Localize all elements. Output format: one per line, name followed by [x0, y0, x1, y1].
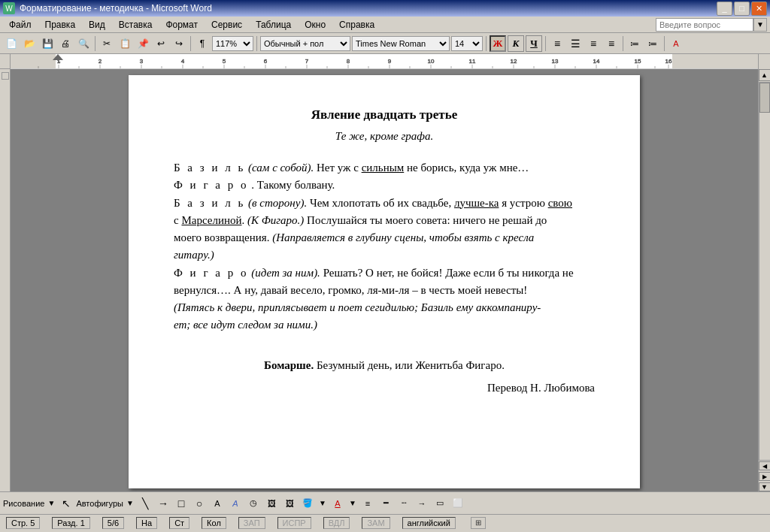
attribution-translation: Перевод Н. Любимова	[174, 379, 595, 397]
wordart-tool[interactable]: A	[227, 495, 244, 512]
sep7	[664, 36, 665, 51]
line-color-btn[interactable]: A	[329, 495, 346, 512]
zoom-select[interactable]: 117%	[212, 36, 253, 51]
scroll-thumb[interactable]	[759, 83, 770, 113]
save-button[interactable]: 💾	[39, 35, 56, 52]
3d-btn[interactable]: ⬜	[450, 495, 466, 512]
cursor-tool[interactable]: ↖	[58, 495, 74, 512]
para-mark[interactable]: ¶	[194, 35, 211, 52]
diagram-tool[interactable]: ◷	[245, 495, 262, 512]
fill-color-dropdown[interactable]: ▼	[317, 495, 328, 512]
svg-text:6: 6	[264, 58, 268, 65]
cut-button[interactable]: ✂	[99, 35, 115, 52]
menu-file[interactable]: Файл	[3, 18, 38, 32]
copy-button[interactable]: 📋	[117, 35, 133, 52]
shadow-btn[interactable]: ▭	[432, 495, 448, 512]
print-button[interactable]: 🖨	[57, 35, 74, 52]
scroll-page-up[interactable]: ◀	[759, 461, 771, 470]
menu-tools[interactable]: Сервис	[205, 18, 248, 32]
redo-button[interactable]: ↪	[171, 35, 187, 52]
open-button[interactable]: 📂	[21, 35, 38, 52]
menu-bar: Файл Правка Вид Вставка Формат Сервис Та…	[0, 17, 770, 33]
close-button[interactable]: ✕	[751, 2, 767, 16]
help-arrow[interactable]: ▼	[753, 18, 767, 32]
scroll-down-button[interactable]: ▼	[759, 482, 771, 491]
sep6	[623, 36, 623, 51]
page-title: Явление двадцать третье	[174, 105, 595, 125]
svg-rect-0	[11, 54, 758, 68]
page-subtitle: Те же, кроме графа.	[174, 128, 595, 145]
align-left-button[interactable]: ≡	[549, 35, 565, 52]
numlist-button[interactable]: ≔	[644, 35, 661, 52]
dash-style-btn[interactable]: ╌	[396, 495, 412, 512]
undo-button[interactable]: ↩	[153, 35, 169, 52]
menu-help[interactable]: Справка	[333, 18, 380, 32]
font-select[interactable]: Times New Roman	[352, 36, 450, 51]
align-center-button[interactable]: ☰	[567, 35, 584, 52]
menu-window[interactable]: Окно	[299, 18, 332, 32]
title-bar-left: W Форматирование - методичка - Microsoft…	[3, 2, 212, 14]
clipart-tool[interactable]: 🖼	[263, 495, 280, 512]
color-fill-btn[interactable]: 🪣	[299, 495, 316, 512]
autoshapes-dropdown[interactable]: ▼	[125, 495, 135, 512]
font-color-btn[interactable]: ≡	[359, 495, 376, 512]
drawing-dropdown[interactable]: ▼	[46, 495, 56, 512]
underlined-phrase-2: свою	[548, 197, 572, 209]
bold-button[interactable]: Ж	[490, 35, 506, 52]
menu-table[interactable]: Таблица	[250, 18, 297, 32]
status-bar: Стр. 5 Разд. 1 5/6 На Ст Кол ЗАП ИСПР ВД…	[0, 514, 770, 530]
line-style-btn[interactable]: ━	[377, 495, 394, 512]
align-right-button[interactable]: ≡	[585, 35, 602, 52]
align-justify-button[interactable]: ≡	[603, 35, 620, 52]
status-icon-mark: ⊞	[475, 518, 481, 527]
textbox-tool[interactable]: A	[209, 495, 226, 512]
list-button[interactable]: ≔	[626, 35, 643, 52]
sep5	[545, 36, 546, 51]
svg-rect-1	[11, 54, 56, 68]
scroll-track[interactable]	[759, 82, 771, 461]
preview-button[interactable]: 🔍	[75, 35, 92, 52]
paragraph-2: Ф и г а р о . Такому болвану.	[174, 177, 595, 194]
image-tool[interactable]: 🖼	[281, 495, 298, 512]
new-button[interactable]: 📄	[3, 35, 20, 52]
paste-button[interactable]: 📌	[135, 35, 151, 52]
stage-dir-4: (Направляется в глубину сцены, чтобы взя…	[272, 231, 534, 243]
bottom-toolbar: Рисование ▼ ↖ Автофигуры ▼ ╲ → □ ○ A A ◷…	[0, 491, 770, 514]
window-controls[interactable]: _ □ ✕	[717, 2, 767, 16]
oval-tool[interactable]: ○	[191, 495, 208, 512]
maximize-button[interactable]: □	[734, 2, 750, 16]
ruler-corner	[0, 54, 11, 69]
ruler: 1 2 3 4 5 6 7 8 9 10 11	[11, 54, 758, 69]
page: Явление двадцать третье Те же, кроме гра…	[129, 75, 640, 488]
menu-edit[interactable]: Правка	[39, 18, 82, 32]
menu-insert[interactable]: Вставка	[113, 18, 159, 32]
window-title: Форматирование - методичка - Microsoft W…	[20, 3, 212, 14]
line-color-dropdown[interactable]: ▼	[347, 495, 358, 512]
char-bazil-2: Б а з и л ь	[174, 197, 245, 209]
rect-tool[interactable]: □	[173, 495, 189, 512]
scroll-page-down[interactable]: ▶	[759, 472, 771, 481]
text-2: . Такому болвану.	[251, 179, 335, 191]
status-zap: ЗАП	[238, 517, 265, 529]
scroll-up-button[interactable]: ▲	[759, 69, 771, 81]
arrow-style-btn[interactable]: →	[414, 495, 430, 512]
text-4a: Решать? О нет, не бойся! Даже если б ты …	[323, 267, 574, 279]
status-vdl: ВДЛ	[323, 517, 350, 529]
style-select[interactable]: Обычный + пол	[260, 36, 350, 51]
sep3	[256, 36, 257, 51]
line-tool[interactable]: ╲	[137, 495, 153, 512]
menu-view[interactable]: Вид	[83, 18, 111, 32]
text-3b: с Марселиной.	[174, 214, 244, 226]
toolbar: 📄 📂 💾 🖨 🔍 ✂ 📋 📌 ↩ ↪ ¶ 117% Обычный + пол…	[0, 33, 770, 54]
underline-button[interactable]: Ч	[526, 35, 542, 52]
text-3d: моего возвращения.	[174, 231, 269, 243]
minimize-button[interactable]: _	[717, 2, 732, 16]
svg-rect-2	[672, 54, 758, 68]
doc-area: Явление двадцать третье Те же, кроме гра…	[11, 69, 758, 491]
color-button[interactable]: A	[668, 35, 684, 52]
help-input[interactable]	[656, 18, 753, 32]
size-select[interactable]: 14	[451, 36, 483, 51]
menu-format[interactable]: Формат	[159, 18, 204, 32]
italic-button[interactable]: К	[508, 35, 524, 52]
arrow-tool[interactable]: →	[155, 495, 171, 512]
